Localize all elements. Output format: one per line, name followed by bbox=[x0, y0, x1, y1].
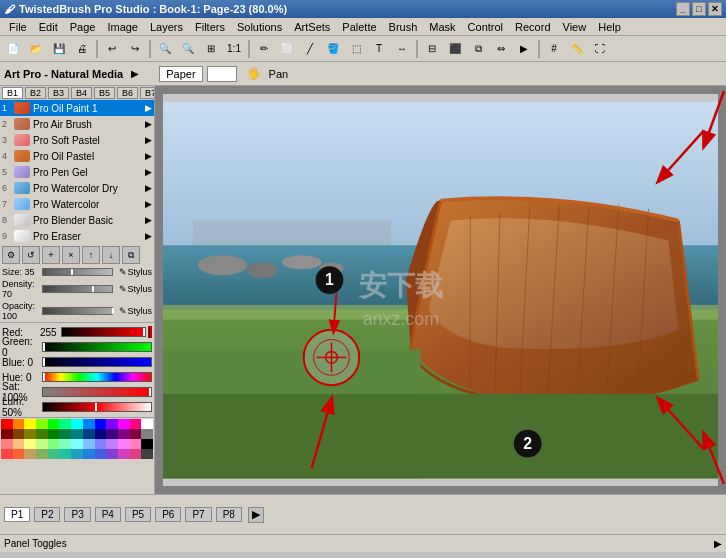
menu-solutions[interactable]: Solutions bbox=[232, 20, 287, 34]
minimize-button[interactable]: _ bbox=[676, 2, 690, 16]
brush-up-icon[interactable]: ↑ bbox=[82, 246, 100, 264]
color-swatch-r11[interactable] bbox=[118, 449, 130, 459]
color-swatch-blue[interactable] bbox=[95, 419, 107, 429]
color-swatch-dark-orange[interactable] bbox=[13, 429, 25, 439]
color-swatch-orange[interactable] bbox=[13, 419, 25, 429]
color-swatch-light-rose[interactable] bbox=[130, 439, 142, 449]
color-swatch-light-red[interactable] bbox=[1, 439, 13, 449]
brush-expand-8[interactable]: ▶ bbox=[145, 215, 152, 225]
color-swatch-violet[interactable] bbox=[106, 419, 118, 429]
brush-expand-2[interactable]: ▶ bbox=[145, 119, 152, 129]
page-tab-p7[interactable]: P7 bbox=[185, 507, 211, 522]
menu-help[interactable]: Help bbox=[593, 20, 626, 34]
color-swatch-teal[interactable] bbox=[71, 429, 83, 439]
color-swatch-light-magenta[interactable] bbox=[118, 439, 130, 449]
menu-layers[interactable]: Layers bbox=[145, 20, 188, 34]
fullscreen-button[interactable]: ⛶ bbox=[589, 38, 611, 60]
brush-tab-b5[interactable]: B5 bbox=[94, 87, 115, 99]
brush-reset-icon[interactable]: ↺ bbox=[22, 246, 40, 264]
redo-button[interactable]: ↪ bbox=[124, 38, 146, 60]
color-swatch-light-azure[interactable] bbox=[83, 439, 95, 449]
brush-expand-1[interactable]: ▶ bbox=[145, 103, 152, 113]
color-swatch-white[interactable] bbox=[141, 419, 153, 429]
color-swatch-r7[interactable] bbox=[71, 449, 83, 459]
page-tab-p4[interactable]: P4 bbox=[95, 507, 121, 522]
canvas-image[interactable]: 安下载 anxz.com bbox=[163, 94, 718, 486]
color-swatch-navy[interactable] bbox=[95, 429, 107, 439]
stylus-size-link[interactable]: ✎Stylus bbox=[119, 267, 152, 277]
mask-button[interactable]: ⬛ bbox=[444, 38, 466, 60]
menu-page[interactable]: Page bbox=[65, 20, 101, 34]
mode-arrow-button[interactable]: ▶ bbox=[131, 68, 143, 80]
stylus-opacity-link[interactable]: ✎Stylus bbox=[119, 306, 152, 316]
color-swatch-yellow[interactable] bbox=[24, 419, 36, 429]
brush-item-7[interactable]: 7 Pro Watercolor ▶ bbox=[0, 196, 154, 212]
sat-slider[interactable] bbox=[42, 387, 152, 397]
zoom-in-button[interactable]: 🔍 bbox=[154, 38, 176, 60]
paint-button[interactable]: ✏ bbox=[253, 38, 275, 60]
brush-item-2[interactable]: 2 Pro Air Brush ▶ bbox=[0, 116, 154, 132]
color-swatch-light-chartreuse[interactable] bbox=[36, 439, 48, 449]
brush-copy-icon[interactable]: ⧉ bbox=[122, 246, 140, 264]
color-swatch-red[interactable] bbox=[1, 419, 13, 429]
brush-item-8[interactable]: 8 Pro Blender Basic ▶ bbox=[0, 212, 154, 228]
undo-button[interactable]: ↩ bbox=[101, 38, 123, 60]
color-swatch-r4[interactable] bbox=[36, 449, 48, 459]
color-swatch-dark-violet[interactable] bbox=[106, 429, 118, 439]
brush-item-9[interactable]: 9 Pro Eraser ▶ bbox=[0, 228, 154, 244]
page-tab-p3[interactable]: P3 bbox=[64, 507, 90, 522]
zoom-100-button[interactable]: 1:1 bbox=[223, 38, 245, 60]
color-swatch-dark-chartreuse[interactable] bbox=[36, 429, 48, 439]
stylus-density-link[interactable]: ✎Stylus bbox=[119, 284, 152, 294]
transform-button[interactable]: ↔ bbox=[391, 38, 413, 60]
color-swatch-azure[interactable] bbox=[83, 419, 95, 429]
print-button[interactable]: 🖨 bbox=[71, 38, 93, 60]
color-swatch-black[interactable] bbox=[141, 439, 153, 449]
grid-button[interactable]: # bbox=[543, 38, 565, 60]
color-swatch-cyan[interactable] bbox=[71, 419, 83, 429]
blue-slider[interactable] bbox=[42, 357, 152, 367]
color-swatch-r5[interactable] bbox=[48, 449, 60, 459]
color-swatch-r2[interactable] bbox=[13, 449, 25, 459]
page-tab-p5[interactable]: P5 bbox=[125, 507, 151, 522]
new-button[interactable]: 📄 bbox=[2, 38, 24, 60]
brush-item-3[interactable]: 3 Pro Soft Pastel ▶ bbox=[0, 132, 154, 148]
brush-expand-4[interactable]: ▶ bbox=[145, 151, 152, 161]
opacity-slider[interactable] bbox=[42, 307, 113, 315]
save-button[interactable]: 💾 bbox=[48, 38, 70, 60]
color-swatch-light-cyan[interactable] bbox=[71, 439, 83, 449]
ruler-button[interactable]: 📏 bbox=[566, 38, 588, 60]
menu-palette[interactable]: Palette bbox=[337, 20, 381, 34]
color-swatch-light-spring[interactable] bbox=[59, 439, 71, 449]
brush-item-5[interactable]: 5 Pro Pen Gel ▶ bbox=[0, 164, 154, 180]
brush-settings-icon[interactable]: ⚙ bbox=[2, 246, 20, 264]
hue-slider[interactable] bbox=[42, 372, 152, 382]
fill-button[interactable]: 🪣 bbox=[322, 38, 344, 60]
brush-expand-6[interactable]: ▶ bbox=[145, 183, 152, 193]
color-swatch-light-blue[interactable] bbox=[95, 439, 107, 449]
color-swatch-r10[interactable] bbox=[106, 449, 118, 459]
brush-down-icon[interactable]: ↓ bbox=[102, 246, 120, 264]
color-swatch-light-yellow[interactable] bbox=[24, 439, 36, 449]
color-swatch-r12[interactable] bbox=[130, 449, 142, 459]
page-add-button[interactable]: ▶ bbox=[248, 507, 264, 523]
color-swatch-chartreuse[interactable] bbox=[36, 419, 48, 429]
clone-button[interactable]: ⧉ bbox=[467, 38, 489, 60]
color-swatch-r6[interactable] bbox=[59, 449, 71, 459]
page-tab-p1[interactable]: P1 bbox=[4, 507, 30, 522]
color-swatch-dark-green[interactable] bbox=[48, 429, 60, 439]
line-button[interactable]: ╱ bbox=[299, 38, 321, 60]
menu-mask[interactable]: Mask bbox=[424, 20, 460, 34]
menu-image[interactable]: Image bbox=[102, 20, 143, 34]
brush-tab-b6[interactable]: B6 bbox=[117, 87, 138, 99]
brush-expand-9[interactable]: ▶ bbox=[145, 231, 152, 241]
brush-tab-b1[interactable]: B1 bbox=[2, 87, 23, 99]
color-swatch-light-green[interactable] bbox=[48, 439, 60, 449]
menu-edit[interactable]: Edit bbox=[34, 20, 63, 34]
menu-artsets[interactable]: ArtSets bbox=[289, 20, 335, 34]
color-swatch-magenta[interactable] bbox=[118, 419, 130, 429]
select-button[interactable]: ⬚ bbox=[345, 38, 367, 60]
erase-button[interactable]: ⬜ bbox=[276, 38, 298, 60]
color-swatch-r8[interactable] bbox=[83, 449, 95, 459]
page-tab-p6[interactable]: P6 bbox=[155, 507, 181, 522]
